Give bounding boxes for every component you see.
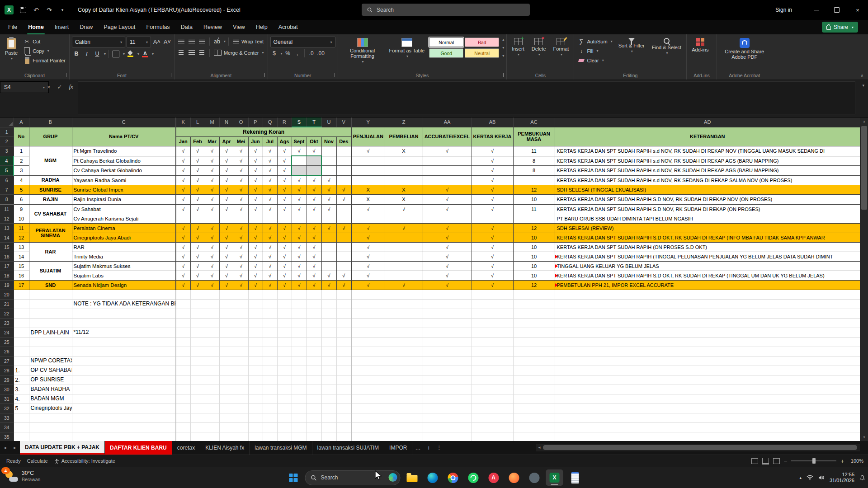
cell-M26[interactable] bbox=[205, 347, 219, 357]
cell-A35[interactable] bbox=[14, 432, 29, 441]
fill-color-button[interactable] bbox=[126, 49, 135, 58]
cell-AD4[interactable]: KERTAS KERJA DAN SPT SUDAH RAPIH s.d NOV… bbox=[555, 156, 860, 166]
cell-U12[interactable] bbox=[321, 214, 336, 224]
cell-Z28[interactable] bbox=[385, 366, 423, 375]
font-name-select[interactable]: Calibri▾ bbox=[72, 37, 125, 47]
cell-AB31[interactable] bbox=[472, 394, 513, 404]
column-header-AA[interactable]: AA bbox=[423, 117, 472, 127]
header-month-des[interactable]: Des bbox=[336, 137, 351, 146]
row-header-32[interactable]: 32 bbox=[0, 404, 14, 413]
cell-grup-mgm[interactable]: MGM bbox=[29, 146, 72, 176]
cell-O6[interactable]: √ bbox=[234, 175, 248, 185]
cell-R26[interactable] bbox=[277, 347, 292, 357]
cell-U26[interactable] bbox=[321, 347, 336, 357]
cell-U7[interactable]: √ bbox=[321, 185, 336, 195]
cell-Q29[interactable] bbox=[263, 375, 277, 385]
cell-Y24[interactable] bbox=[351, 328, 385, 338]
cell-Z11[interactable]: √ bbox=[385, 204, 423, 214]
cell-K29[interactable] bbox=[176, 375, 190, 385]
cell-AA29[interactable] bbox=[423, 375, 472, 385]
row-header-3[interactable]: 3 bbox=[0, 146, 14, 156]
paste-button[interactable]: Paste▾ bbox=[2, 37, 20, 62]
cell-V33[interactable] bbox=[336, 413, 351, 423]
cell-grup-snd[interactable]: SND bbox=[29, 281, 72, 290]
cell-O27[interactable] bbox=[234, 357, 248, 366]
cell-AA27[interactable] bbox=[423, 357, 472, 366]
cell-A33[interactable] bbox=[14, 413, 29, 423]
cell-P17[interactable]: √ bbox=[248, 262, 263, 271]
cell-AC29[interactable] bbox=[513, 375, 555, 385]
cell-T17[interactable]: √ bbox=[307, 262, 321, 271]
cell-N17[interactable]: √ bbox=[219, 262, 234, 271]
cell-AA4[interactable] bbox=[423, 156, 472, 166]
cell-Q35[interactable] bbox=[263, 432, 277, 441]
cell-R11[interactable]: √ bbox=[277, 204, 292, 214]
cell-AB4[interactable]: √ bbox=[472, 156, 513, 166]
cell-AD6[interactable]: KERTAS KERJA DAN SPT SUDAH RAPIH s.d NOV… bbox=[555, 175, 860, 185]
cell-V28[interactable] bbox=[336, 366, 351, 375]
cell-AC25[interactable] bbox=[513, 338, 555, 347]
cell-AC35[interactable] bbox=[513, 432, 555, 441]
column-header-Q[interactable]: Q bbox=[263, 117, 277, 127]
cell-B25[interactable] bbox=[29, 338, 72, 347]
cell-S6[interactable]: √ bbox=[292, 175, 307, 185]
insert-cells-button[interactable]: Insert▾ bbox=[509, 37, 527, 58]
delete-cells-button[interactable]: Delete▾ bbox=[529, 37, 549, 58]
title-search-box[interactable]: Search bbox=[362, 4, 530, 16]
cell-Z25[interactable] bbox=[385, 338, 423, 347]
cell-Z31[interactable] bbox=[385, 394, 423, 404]
cell-T20[interactable] bbox=[307, 290, 321, 300]
close-button[interactable]: × bbox=[847, 0, 868, 20]
cell-P18[interactable]: √ bbox=[248, 271, 263, 281]
merge-center-button[interactable]: Merge & Center▾ bbox=[212, 48, 265, 57]
cell-AB29[interactable] bbox=[472, 375, 513, 385]
cell-Q22[interactable] bbox=[263, 309, 277, 319]
cell-P22[interactable] bbox=[248, 309, 263, 319]
sheet-tab-coretax[interactable]: coretax bbox=[172, 441, 200, 455]
page-break-view-icon[interactable] bbox=[773, 458, 780, 464]
cell-AA16[interactable]: √ bbox=[423, 252, 472, 262]
cell-V4[interactable] bbox=[336, 156, 351, 166]
cell-AA5[interactable] bbox=[423, 166, 472, 176]
sheet-tab-klien-aisyah-fx[interactable]: KLIEN Aisyah fx bbox=[200, 441, 250, 455]
cell-C29[interactable] bbox=[72, 375, 176, 385]
cell-AD15[interactable]: KERTAS KERJA DAN SPT SUDAH RAPIH (ON PRO… bbox=[555, 243, 860, 252]
cell-V24[interactable] bbox=[336, 328, 351, 338]
orientation-button[interactable]: ab̊ bbox=[212, 37, 222, 46]
column-header-K[interactable]: K bbox=[176, 117, 190, 127]
cell-O3[interactable]: √ bbox=[234, 146, 248, 156]
cell-C28[interactable] bbox=[72, 366, 176, 375]
cell-R34[interactable] bbox=[277, 423, 292, 432]
previous-sheet-icon[interactable]: ◄ bbox=[0, 446, 10, 450]
cell-AC19[interactable]: 12 bbox=[513, 281, 555, 290]
row-header-18[interactable]: 18 bbox=[0, 271, 14, 281]
undo-icon[interactable]: ↶ bbox=[33, 6, 40, 14]
create-share-adobe-pdf-button[interactable]: Create and Share Adobe PDF bbox=[719, 37, 770, 61]
cell-N12[interactable] bbox=[219, 214, 234, 224]
cell-AC15[interactable]: 10 bbox=[513, 243, 555, 252]
cell-R18[interactable]: √ bbox=[277, 271, 292, 281]
cell-L29[interactable] bbox=[190, 375, 205, 385]
cell-Y35[interactable] bbox=[351, 432, 385, 441]
cell-L14[interactable]: √ bbox=[190, 233, 205, 243]
decrease-decimal-button[interactable]: .00 bbox=[317, 50, 325, 56]
cell-AA34[interactable] bbox=[423, 423, 472, 432]
cell-T8[interactable]: √ bbox=[307, 195, 321, 205]
horizontal-scrollbar[interactable]: ◄ bbox=[536, 444, 860, 451]
cell-AA25[interactable] bbox=[423, 338, 472, 347]
cell-Q6[interactable]: √ bbox=[263, 175, 277, 185]
bold-button[interactable]: B bbox=[72, 49, 81, 58]
cell-AC30[interactable] bbox=[513, 385, 555, 394]
header-grup[interactable]: GRUP bbox=[29, 127, 72, 146]
cell-AA23[interactable] bbox=[423, 319, 472, 328]
cell-L17[interactable]: √ bbox=[190, 262, 205, 271]
cell-A24[interactable] bbox=[14, 328, 29, 338]
cell-U8[interactable]: √ bbox=[321, 195, 336, 205]
cell-grup-sujatim[interactable]: SUJATIM bbox=[29, 262, 72, 281]
cell-T26[interactable] bbox=[307, 347, 321, 357]
horizontal-scroll-thumb[interactable] bbox=[543, 445, 857, 450]
cell-M5[interactable]: √ bbox=[205, 166, 219, 176]
cell-C6[interactable]: Yayasan Radha Saomi bbox=[72, 175, 176, 185]
cell-T16[interactable]: √ bbox=[307, 252, 321, 262]
cell-B24[interactable]: DPP LAIN-LAIN bbox=[29, 328, 72, 338]
